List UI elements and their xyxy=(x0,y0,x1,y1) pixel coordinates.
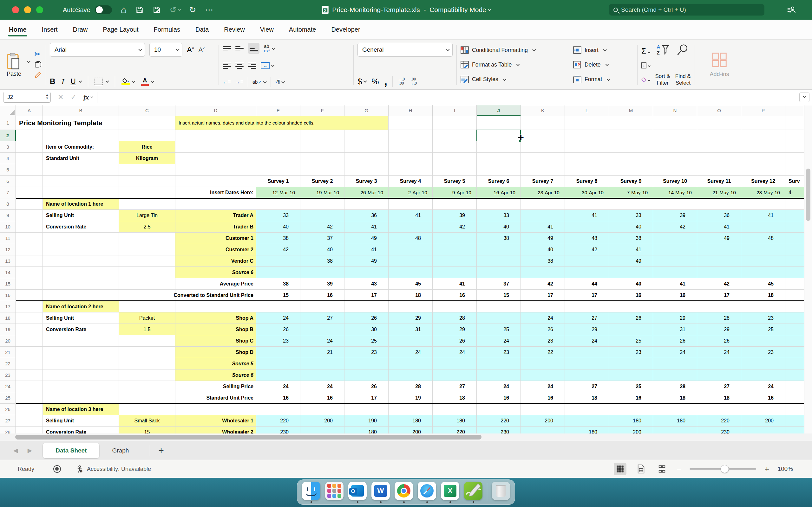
cell[interactable] xyxy=(565,301,609,313)
cell-value[interactable]: 37 xyxy=(300,233,345,244)
cell-value[interactable]: 26 xyxy=(345,313,389,324)
cell-value[interactable]: 16 xyxy=(300,392,345,404)
cell-value[interactable] xyxy=(741,221,785,233)
cell[interactable] xyxy=(653,130,697,141)
cell-value[interactable]: 40 xyxy=(477,221,521,233)
cell-value[interactable]: 17 xyxy=(345,392,389,404)
align-center-icon[interactable] xyxy=(235,63,244,69)
cell-survey-header[interactable]: Survey 1 xyxy=(256,176,300,187)
row-header-28[interactable]: 28 xyxy=(0,427,16,434)
underline-chevron-icon[interactable] xyxy=(78,79,82,83)
cell[interactable] xyxy=(300,404,345,415)
cell[interactable] xyxy=(16,290,43,301)
cell-source-label[interactable]: Customer 1 xyxy=(175,233,256,244)
cell-value[interactable]: 24 xyxy=(477,335,521,347)
cell[interactable] xyxy=(477,141,521,153)
cell-date[interactable]: 19-Mar-10 xyxy=(300,187,345,199)
cell-value[interactable]: 38 xyxy=(521,256,565,267)
cell[interactable] xyxy=(175,404,256,415)
orientation-chevron-icon[interactable] xyxy=(263,80,266,83)
cell[interactable] xyxy=(16,210,43,221)
font-name-select[interactable]: Arial xyxy=(50,43,145,57)
dock-trash-icon[interactable] xyxy=(491,482,510,503)
cell-value[interactable]: 200 xyxy=(389,427,433,434)
cell-value[interactable] xyxy=(477,256,521,267)
cell-value-partial[interactable] xyxy=(785,370,804,381)
cell-value[interactable]: 220 xyxy=(433,427,477,434)
cell-value[interactable]: 40 xyxy=(609,278,653,290)
cell-survey-header[interactable]: Survey 3 xyxy=(345,176,389,187)
cell[interactable] xyxy=(565,141,609,153)
tab-page-layout[interactable]: Page Layout xyxy=(102,21,139,38)
find-select-button[interactable]: Find &Select xyxy=(675,42,691,88)
cell-value-partial[interactable] xyxy=(785,427,804,434)
cell[interactable] xyxy=(697,116,741,130)
cell-value[interactable]: 33 xyxy=(609,210,653,221)
cell-unit-value[interactable] xyxy=(119,358,175,370)
cell-value[interactable] xyxy=(477,313,521,324)
cell[interactable] xyxy=(609,153,653,164)
cell[interactable] xyxy=(300,141,345,153)
cell-row-label[interactable] xyxy=(43,358,119,370)
cell-value[interactable] xyxy=(521,210,565,221)
cell-source-label[interactable]: Shop C xyxy=(175,335,256,347)
confirm-formula-icon[interactable]: ✓ xyxy=(70,93,76,101)
cell-value[interactable] xyxy=(345,370,389,381)
cell[interactable] xyxy=(785,290,804,301)
cell[interactable] xyxy=(653,153,697,164)
cell[interactable] xyxy=(16,176,43,187)
cell-value[interactable]: 41 xyxy=(653,278,697,290)
cell-unit-value[interactable]: 2.5 xyxy=(119,221,175,233)
wrap-text-icon[interactable]: abc↩ xyxy=(264,44,270,53)
row-header-7[interactable]: 7 xyxy=(0,187,16,199)
tab-insert[interactable]: Insert xyxy=(41,21,58,38)
cell-value[interactable]: 41 xyxy=(345,221,389,233)
cell[interactable] xyxy=(345,404,389,415)
clear-icon[interactable]: ◇ xyxy=(641,75,650,83)
row-header-17[interactable]: 17 xyxy=(0,301,16,313)
cell[interactable] xyxy=(785,392,804,404)
cell-source-label[interactable]: Shop A xyxy=(175,313,256,324)
cell-value[interactable] xyxy=(433,370,477,381)
cell-survey-header-partial[interactable]: Surv xyxy=(785,176,804,187)
dock-notes-green-icon[interactable] xyxy=(464,482,483,503)
cell-date[interactable]: 16-Apr-10 xyxy=(477,187,521,199)
percent-icon[interactable]: % xyxy=(371,77,379,87)
cell-source-label[interactable]: Trader B xyxy=(175,221,256,233)
cell-value[interactable]: 49 xyxy=(345,256,389,267)
cell[interactable] xyxy=(119,392,175,404)
bold-button[interactable]: B xyxy=(50,77,55,86)
cell-value[interactable] xyxy=(521,267,565,278)
cell-value[interactable]: 230 xyxy=(697,427,741,434)
cell-value[interactable]: 23 xyxy=(741,347,785,358)
cell[interactable] xyxy=(43,392,119,404)
cell-value[interactable]: 29 xyxy=(565,324,609,335)
cell[interactable] xyxy=(256,164,300,176)
cell[interactable] xyxy=(741,153,785,164)
cell[interactable] xyxy=(43,130,119,141)
cell-value[interactable]: 18 xyxy=(433,392,477,404)
row-header-3[interactable]: 3 xyxy=(0,141,16,153)
close-window-button[interactable] xyxy=(12,6,19,13)
cell-value[interactable]: 27 xyxy=(697,381,741,392)
cell-value[interactable]: 42 xyxy=(697,278,741,290)
cell-unit-value[interactable] xyxy=(119,233,175,244)
cell-value[interactable]: 24 xyxy=(256,313,300,324)
cell-meta-label[interactable]: Standard Unit xyxy=(43,153,119,164)
prev-sheet-icon[interactable]: ◀ xyxy=(13,447,18,454)
cell-value[interactable]: 18 xyxy=(653,392,697,404)
cell-unit-value[interactable]: Packet xyxy=(119,313,175,324)
cell-meta-label[interactable]: Item or Commodity: xyxy=(43,141,119,153)
tab-developer[interactable]: Developer xyxy=(331,21,361,38)
cell-value[interactable]: 24 xyxy=(653,347,697,358)
cell-row-label[interactable] xyxy=(43,256,119,267)
cell-value[interactable] xyxy=(609,267,653,278)
cell-source-label[interactable]: Vendor C xyxy=(175,256,256,267)
cell-value[interactable]: 25 xyxy=(477,324,521,335)
comma-icon[interactable]: , xyxy=(384,79,388,83)
cell-value[interactable] xyxy=(565,221,609,233)
cell[interactable] xyxy=(16,381,43,392)
cell-value[interactable]: 24 xyxy=(741,381,785,392)
cell-value[interactable]: 48 xyxy=(565,233,609,244)
tab-home[interactable]: Home xyxy=(8,21,27,38)
